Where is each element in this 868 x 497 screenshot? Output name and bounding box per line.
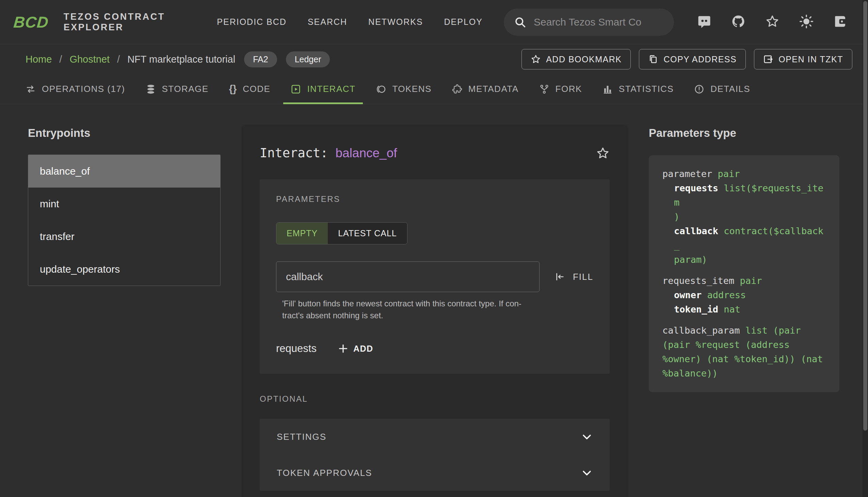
code-line: ) [663, 210, 826, 224]
search-input[interactable] [534, 16, 664, 28]
code-line: %balance)) [663, 366, 826, 381]
app-title: TEZOS CONTRACT EXPLORER [63, 12, 177, 33]
puzzle-icon [452, 84, 462, 94]
wallet-icon [833, 14, 848, 29]
breadcrumb-home[interactable]: Home [26, 54, 52, 65]
code-segment: owner [674, 290, 707, 300]
parameters-label: PARAMETERS [276, 194, 593, 204]
tab-label: TOKENS [392, 84, 431, 94]
entrypoints-list: balance_ofminttransferupdate_operators [28, 155, 220, 286]
fill-hint: 'Fill' button finds the newest contract … [282, 298, 541, 321]
favorite-star-icon[interactable] [596, 146, 610, 160]
code-line: callback contract($callback_ [663, 224, 826, 253]
nav-item-networks[interactable]: NETWORKS [368, 17, 423, 27]
interact-icon [291, 84, 301, 94]
breadcrumb-separator: / [59, 54, 62, 65]
parameters-type-title: Parameters type [649, 127, 839, 140]
interact-title-row: Interact: balance_of [260, 146, 610, 160]
callback-field[interactable] [276, 261, 540, 292]
nav-item-periodic-bcd[interactable]: PERIODIC BCD [217, 17, 287, 27]
tab-details[interactable]: DETAILS [684, 74, 760, 104]
search-bar[interactable] [504, 9, 674, 36]
entrypoints-title: Entrypoints [28, 127, 220, 140]
copy-address-button[interactable]: COPY ADDRESS [639, 49, 746, 69]
action-label: COPY ADDRESS [664, 55, 737, 64]
breadcrumb: Home/Ghostnet/NFT marketplace tutorialFA… [26, 52, 330, 67]
code-segment: nat [724, 304, 740, 314]
tab-operations-17[interactable]: OPERATIONS (17) [15, 74, 136, 104]
callback-input[interactable] [286, 271, 530, 283]
requests-label: requests [276, 342, 316, 355]
optional-sections: SETTINGSTOKEN APPROVALS [260, 419, 610, 491]
code-line: (pair %request (address [663, 338, 826, 352]
open-in-tzkt-button[interactable]: OPEN IN TZKT [754, 49, 852, 69]
scrollbar-thumb[interactable] [863, 1, 867, 431]
tab-storage[interactable]: STORAGE [136, 74, 219, 104]
nav-item-deploy[interactable]: DEPLOY [444, 17, 483, 27]
wallet-button[interactable] [833, 14, 848, 30]
entrypoint-mint[interactable]: mint [28, 187, 220, 220]
code-line: parameter pair [663, 167, 826, 181]
nav-menu: PERIODIC BCDSEARCHNETWORKSDEPLOY [217, 17, 504, 27]
sun-icon [799, 14, 813, 29]
code-segment: requests [674, 183, 724, 193]
section-settings[interactable]: SETTINGS [260, 419, 610, 455]
tab-tokens[interactable]: TOKENS [366, 74, 441, 104]
github-button[interactable] [731, 14, 745, 30]
breadcrumb-ghostnet[interactable]: Ghostnet [69, 54, 110, 65]
database-icon [146, 84, 156, 94]
tab-metadata[interactable]: METADATA [442, 74, 529, 104]
nav-item-search[interactable]: SEARCH [308, 17, 347, 27]
action-label: ADD BOOKMARK [546, 55, 622, 64]
tab-label: CODE [243, 84, 270, 94]
tab-label: METADATA [468, 84, 519, 94]
swap-arrows-icon [26, 84, 36, 94]
parameters-type-code: parameter pairrequests list($requests_it… [649, 155, 839, 392]
code-segment: (pair %request (address [663, 339, 790, 350]
fill-label: FILL [573, 272, 593, 282]
discord-button[interactable] [697, 14, 711, 30]
contract-badge-ledger: Ledger [286, 52, 330, 67]
code-line: param) [663, 253, 826, 267]
section-token-approvals[interactable]: TOKEN APPROVALS [260, 455, 610, 491]
star-button[interactable] [765, 14, 780, 30]
interact-entrypoint-name: balance_of [335, 146, 397, 160]
sun-button[interactable] [799, 14, 813, 30]
fork-icon [539, 84, 550, 94]
fill-button[interactable]: FILL [555, 271, 593, 282]
entrypoint-balance-of[interactable]: balance_of [28, 155, 220, 187]
code-segment: parameter [663, 169, 718, 179]
code-segment: list (pair [745, 325, 801, 336]
tab-statistics[interactable]: STATISTICS [592, 74, 684, 104]
star-icon [531, 54, 541, 64]
mode-latest-call[interactable]: LATEST CALL [328, 223, 407, 244]
mode-empty[interactable]: EMPTY [276, 223, 328, 244]
tab-label: STORAGE [162, 84, 209, 94]
tab-interact[interactable]: INTERACT [281, 74, 366, 104]
bcd-logo[interactable]: BCD [13, 13, 49, 31]
entrypoint-update-operators[interactable]: update_operators [28, 253, 220, 286]
code-line: %owner) (nat %token_id)) (nat [663, 352, 826, 366]
code-line: owner address [663, 288, 826, 302]
action-label: OPEN IN TZKT [779, 55, 843, 64]
search-icon [514, 16, 526, 28]
entrypoints-panel: Entrypoints balance_ofminttransferupdate… [28, 127, 220, 286]
fill-icon [555, 271, 565, 282]
open-external-icon [763, 54, 773, 64]
code-line: token_id nat [663, 302, 826, 316]
code-segment: requests_item [663, 275, 740, 286]
tab-fork[interactable]: FORK [529, 74, 592, 104]
parameters-type-panel: Parameters type parameter pairrequests l… [649, 127, 839, 392]
code-line: requests_item pair [663, 274, 826, 288]
discord-icon [697, 14, 711, 29]
tab-code[interactable]: {}CODE [219, 74, 281, 104]
contract-badge-fa2: FA2 [244, 52, 277, 67]
code-segment: address [707, 290, 746, 300]
optional-label: OPTIONAL [260, 394, 610, 404]
tab-label: INTERACT [307, 84, 355, 94]
code-segment: %owner) (nat %token_id)) (nat [663, 354, 823, 364]
contract-actions: ADD BOOKMARKCOPY ADDRESSOPEN IN TZKT [522, 49, 852, 69]
entrypoint-transfer[interactable]: transfer [28, 220, 220, 253]
add-bookmark-button[interactable]: ADD BOOKMARK [522, 49, 631, 69]
add-request-button[interactable]: ADD [338, 343, 373, 354]
